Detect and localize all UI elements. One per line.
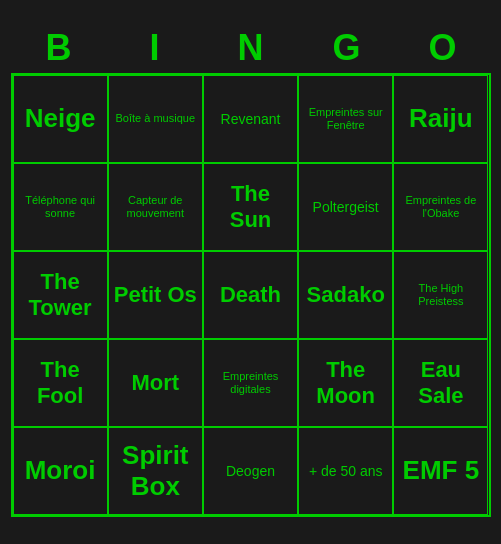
cell-r3-c4[interactable]: Eau Sale [393,339,488,427]
cell-r2-c2[interactable]: Death [203,251,298,339]
bingo-grid: NeigeBoîte à musiqueRevenantEmpreintes s… [11,73,491,517]
cell-r0-c0[interactable]: Neige [13,75,108,163]
cell-r3-c2[interactable]: Empreintes digitales [203,339,298,427]
cell-r0-c3[interactable]: Empreintes sur Fenêtre [298,75,393,163]
cell-r1-c1[interactable]: Capteur de mouvement [108,163,203,251]
cell-r4-c0[interactable]: Moroi [13,427,108,515]
cell-r4-c1[interactable]: Spirit Box [108,427,203,515]
cell-r2-c3[interactable]: Sadako [298,251,393,339]
cell-r2-c4[interactable]: The High Preistess [393,251,488,339]
cell-r2-c0[interactable]: The Tower [13,251,108,339]
cell-r1-c4[interactable]: Empreintes de l'Obake [393,163,488,251]
header-o: O [399,27,487,69]
cell-r3-c1[interactable]: Mort [108,339,203,427]
cell-r4-c4[interactable]: EMF 5 [393,427,488,515]
header-n: N [207,27,295,69]
cell-r3-c3[interactable]: The Moon [298,339,393,427]
cell-r1-c0[interactable]: Téléphone qui sonne [13,163,108,251]
bingo-container: B I N G O NeigeBoîte à musiqueRevenantEm… [6,22,496,522]
cell-r4-c2[interactable]: Deogen [203,427,298,515]
cell-r3-c0[interactable]: The Fool [13,339,108,427]
header-g: G [303,27,391,69]
header-i: I [111,27,199,69]
cell-r1-c3[interactable]: Poltergeist [298,163,393,251]
cell-r2-c1[interactable]: Petit Os [108,251,203,339]
cell-r0-c2[interactable]: Revenant [203,75,298,163]
header-b: B [15,27,103,69]
cell-r1-c2[interactable]: The Sun [203,163,298,251]
cell-r4-c3[interactable]: + de 50 ans [298,427,393,515]
bingo-header: B I N G O [11,27,491,69]
cell-r0-c4[interactable]: Raiju [393,75,488,163]
cell-r0-c1[interactable]: Boîte à musique [108,75,203,163]
